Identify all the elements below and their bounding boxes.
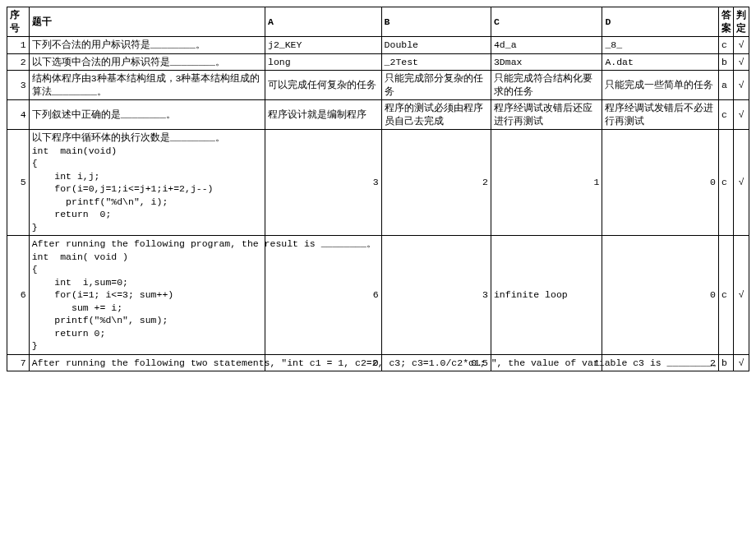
cell-judge: √ <box>734 236 749 355</box>
question-table: 序号 题干 A B C D 答案 判定 1 下列不合法的用户标识符是______… <box>7 7 749 371</box>
cell-ans: b <box>719 354 734 371</box>
cell-a: 6 <box>265 236 381 355</box>
cell-stem: 下列叙述中正确的是________。 <box>29 100 265 130</box>
cell-judge: √ <box>734 130 749 236</box>
cell-ans: a <box>719 71 734 100</box>
code-block: After running the following two statemen… <box>32 357 262 370</box>
code-block: 以下程序中循环体的执行次数是________。 int main(void) {… <box>32 131 262 233</box>
cell-d: A.dat <box>602 53 719 71</box>
cell-stem: After running the following two statemen… <box>29 354 265 371</box>
cell-ans: c <box>719 130 734 236</box>
cell-b: 程序的测试必须由程序员自己去完成 <box>381 100 491 130</box>
cell-a: 程序设计就是编制程序 <box>265 100 381 130</box>
cell-stem: 结构体程序由3种基本结构组成，3种基本结构组成的算法________。 <box>29 71 265 100</box>
cell-c: 4d_a <box>491 37 602 54</box>
col-a: A <box>265 7 381 37</box>
cell-seq: 4 <box>7 100 30 130</box>
cell-b: _2Test <box>381 53 491 71</box>
cell-b: 2 <box>381 130 491 236</box>
cell-a: 3 <box>265 130 381 236</box>
cell-a: 可以完成任何复杂的任务 <box>265 71 381 100</box>
cell-d: 0 <box>602 130 719 236</box>
cell-c: 只能完成符合结构化要求的任务 <box>491 71 602 100</box>
table-row: 3 结构体程序由3种基本结构组成，3种基本结构组成的算法________。 可以… <box>7 71 749 100</box>
cell-seq: 1 <box>7 37 30 54</box>
cell-ans: c <box>719 100 734 130</box>
cell-ans: b <box>719 53 734 71</box>
cell-b: Double <box>381 37 491 54</box>
cell-ans: c <box>719 37 734 54</box>
cell-d: 0 <box>602 236 719 355</box>
cell-d: 程序经调试发错后不必进行再测试 <box>602 100 719 130</box>
cell-a: long <box>265 53 381 71</box>
col-judge: 判定 <box>734 7 749 37</box>
cell-judge: √ <box>734 354 749 371</box>
cell-judge: √ <box>734 71 749 100</box>
cell-d: _8_ <box>602 37 719 54</box>
cell-seq: 2 <box>7 53 30 71</box>
table-row: 1 下列不合法的用户标识符是________。 j2_KEY Double 4d… <box>7 37 749 54</box>
table-row: 6 After running the following program, t… <box>7 236 749 355</box>
cell-seq: 6 <box>7 236 30 355</box>
cell-ans: c <box>719 236 734 355</box>
cell-judge: √ <box>734 37 749 54</box>
cell-seq: 7 <box>7 354 30 371</box>
cell-stem: 以下程序中循环体的执行次数是________。 int main(void) {… <box>29 130 265 236</box>
cell-stem: After running the following program, the… <box>29 236 265 355</box>
cell-b: 3 <box>381 236 491 355</box>
cell-d: 只能完成一些简单的任务 <box>602 71 719 100</box>
cell-stem: 以下选项中合法的用户标识符是________。 <box>29 53 265 71</box>
cell-c: 3Dmax <box>491 53 602 71</box>
table-row: 4 下列叙述中正确的是________。 程序设计就是编制程序 程序的测试必须由… <box>7 100 749 130</box>
col-b: B <box>381 7 491 37</box>
table-row: 7 After running the following two statem… <box>7 354 749 371</box>
cell-seq: 3 <box>7 71 30 100</box>
table-row: 5 以下程序中循环体的执行次数是________。 int main(void)… <box>7 130 749 236</box>
cell-a: j2_KEY <box>265 37 381 54</box>
cell-c: 1 <box>491 130 602 236</box>
col-c: C <box>491 7 602 37</box>
col-ans: 答案 <box>719 7 734 37</box>
col-d: D <box>602 7 719 37</box>
cell-stem: 下列不合法的用户标识符是________。 <box>29 37 265 54</box>
table-row: 2 以下选项中合法的用户标识符是________。 long _2Test 3D… <box>7 53 749 71</box>
cell-b: 只能完成部分复杂的任务 <box>381 71 491 100</box>
code-block: After running the following program, the… <box>32 238 262 353</box>
cell-judge: √ <box>734 100 749 130</box>
cell-seq: 5 <box>7 130 30 236</box>
cell-judge: √ <box>734 53 749 71</box>
col-stem: 题干 <box>29 7 265 37</box>
cell-c: 程序经调试改错后还应进行再测试 <box>491 100 602 130</box>
cell-c: infinite loop <box>491 236 602 355</box>
col-seq: 序号 <box>7 7 30 37</box>
header-row: 序号 题干 A B C D 答案 判定 <box>7 7 749 37</box>
